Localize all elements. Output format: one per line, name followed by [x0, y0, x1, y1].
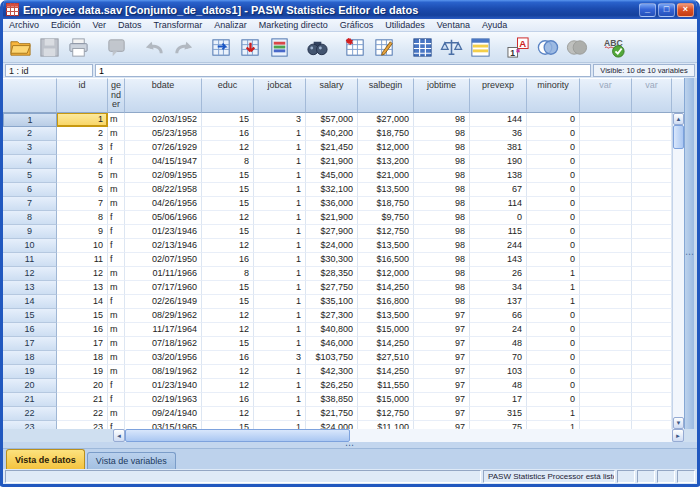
grid-cell[interactable]: 16 — [202, 351, 254, 365]
find-button[interactable] — [304, 34, 331, 61]
grid-cell[interactable]: $21,000 — [358, 169, 414, 183]
open-file-button[interactable] — [7, 34, 34, 61]
row-header[interactable]: 11 — [3, 253, 57, 267]
grid-cell[interactable]: 1 — [254, 169, 306, 183]
grid-cell[interactable] — [580, 295, 632, 309]
grid-cell[interactable]: 244 — [470, 239, 527, 253]
grid-cell[interactable]: 07/17/1960 — [125, 281, 202, 295]
grid-cell[interactable]: $14,250 — [358, 281, 414, 295]
grid-cell[interactable]: 190 — [470, 155, 527, 169]
grid-cell[interactable] — [580, 281, 632, 295]
column-header-salbegin[interactable]: salbegin — [358, 78, 414, 113]
grid-cell[interactable]: $45,000 — [306, 169, 358, 183]
grid-cell[interactable]: 103 — [470, 365, 527, 379]
grid-cell[interactable]: 1 — [254, 155, 306, 169]
grid-cell[interactable]: 04/15/1947 — [125, 155, 202, 169]
menu-analizar[interactable]: Analizar — [208, 19, 253, 31]
column-header-var[interactable]: var — [580, 78, 632, 113]
grid-cell[interactable]: $24,000 — [306, 239, 358, 253]
grid-cell[interactable] — [632, 351, 672, 365]
grid-cell[interactable] — [580, 421, 632, 429]
grid-cell[interactable]: 8 — [57, 211, 108, 225]
grid-cell[interactable]: 3 — [254, 351, 306, 365]
grid-cell[interactable]: m — [108, 407, 125, 421]
grid-cell[interactable]: 98 — [414, 267, 470, 281]
menu-ayuda[interactable]: Ayuda — [476, 19, 513, 31]
grid-cell[interactable] — [632, 281, 672, 295]
grid-cell[interactable]: 12 — [57, 267, 108, 281]
grid-cell[interactable]: 70 — [470, 351, 527, 365]
show-all-variables-button[interactable] — [563, 34, 590, 61]
grid-cell[interactable]: 3 — [57, 141, 108, 155]
recall-dialogs-button[interactable] — [103, 34, 130, 61]
print-button[interactable] — [65, 34, 92, 61]
grid-cell[interactable]: 1 — [254, 421, 306, 429]
row-header[interactable]: 17 — [3, 337, 57, 351]
grid-cell[interactable]: $11,100 — [358, 421, 414, 429]
menu-marketing-directo[interactable]: Marketing directo — [253, 19, 334, 31]
grid-cell[interactable]: $27,900 — [306, 225, 358, 239]
grid-cell[interactable]: m — [108, 309, 125, 323]
tab-vista-de-datos[interactable]: Vista de datos — [6, 449, 85, 469]
grid-cell[interactable]: 09/24/1940 — [125, 407, 202, 421]
grid-cell[interactable]: $16,500 — [358, 253, 414, 267]
grid-cell[interactable]: 0 — [527, 127, 580, 141]
grid-cell[interactable]: m — [108, 113, 125, 127]
grid-cell[interactable]: $21,900 — [306, 211, 358, 225]
grid-cell[interactable] — [580, 351, 632, 365]
grid-cell[interactable]: 3 — [254, 113, 306, 127]
grid-cell[interactable] — [632, 407, 672, 421]
grid-cell[interactable] — [580, 113, 632, 127]
row-header[interactable]: 3 — [3, 141, 57, 155]
grid-cell[interactable]: 12 — [202, 379, 254, 393]
grid-cell[interactable] — [632, 183, 672, 197]
grid-cell[interactable]: 07/18/1962 — [125, 337, 202, 351]
grid-cell[interactable]: 1 — [254, 141, 306, 155]
insert-variable-button[interactable] — [371, 34, 398, 61]
grid-cell[interactable]: 7 — [57, 197, 108, 211]
grid-cell[interactable]: $21,750 — [306, 407, 358, 421]
grid-cell[interactable]: m — [108, 197, 125, 211]
grid-cell[interactable]: 1 — [254, 267, 306, 281]
grid-cell[interactable]: 0 — [527, 365, 580, 379]
grid-cell[interactable]: 02/26/1949 — [125, 295, 202, 309]
grid-cell[interactable]: 17 — [57, 337, 108, 351]
grid-cell[interactable]: 15 — [57, 309, 108, 323]
grid-cell[interactable]: $40,800 — [306, 323, 358, 337]
menu-gr-ficos[interactable]: Gráficos — [334, 19, 380, 31]
grid-cell[interactable] — [632, 267, 672, 281]
grid-cell[interactable] — [580, 309, 632, 323]
grid-cell[interactable]: $42,300 — [306, 365, 358, 379]
grid-cell[interactable]: 98 — [414, 155, 470, 169]
grid-cell[interactable] — [632, 169, 672, 183]
grid-cell[interactable]: m — [108, 183, 125, 197]
grid-cell[interactable] — [632, 155, 672, 169]
grid-cell[interactable]: f — [108, 155, 125, 169]
grid-cell[interactable] — [580, 267, 632, 281]
grid-cell[interactable]: 98 — [414, 225, 470, 239]
grid-cell[interactable]: 5 — [57, 169, 108, 183]
grid-cell[interactable]: 16 — [202, 127, 254, 141]
grid-cell[interactable]: 137 — [470, 295, 527, 309]
grid-cell[interactable]: 144 — [470, 113, 527, 127]
grid-cell[interactable]: 97 — [414, 351, 470, 365]
grid-cell[interactable] — [580, 379, 632, 393]
grid-cell[interactable]: 98 — [414, 211, 470, 225]
grid-cell[interactable]: m — [108, 323, 125, 337]
grid-cell[interactable]: 98 — [414, 141, 470, 155]
grid-cell[interactable]: 0 — [527, 253, 580, 267]
grid-cell[interactable]: 1 — [527, 295, 580, 309]
grid-cell[interactable]: 75 — [470, 421, 527, 429]
grid-cell[interactable]: f — [108, 295, 125, 309]
grid-cell[interactable] — [632, 393, 672, 407]
grid-cell[interactable]: $57,000 — [306, 113, 358, 127]
grid-cell[interactable]: 10 — [57, 239, 108, 253]
grid-cell[interactable]: 26 — [470, 267, 527, 281]
grid-cell[interactable]: 1 — [254, 393, 306, 407]
tab-vista-de-variables[interactable]: Vista de variables — [87, 452, 176, 469]
scroll-down-button[interactable]: ▼ — [673, 417, 684, 429]
grid-cell[interactable]: $18,750 — [358, 197, 414, 211]
grid-cell[interactable]: 97 — [414, 393, 470, 407]
column-header-salary[interactable]: salary — [306, 78, 358, 113]
grid-cell[interactable]: 0 — [527, 155, 580, 169]
